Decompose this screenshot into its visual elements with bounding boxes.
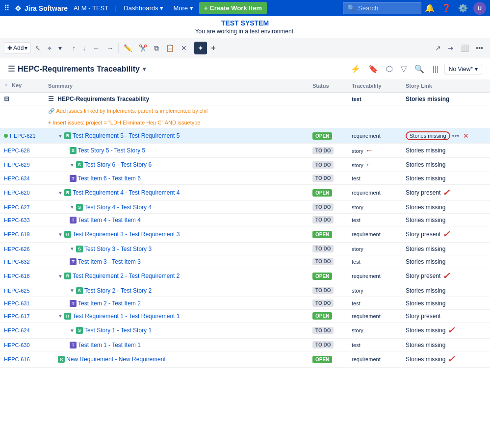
- summary-link[interactable]: Test Item 2 - Test Item 2: [78, 300, 141, 307]
- collapse-arrow-icon[interactable]: ▼: [58, 274, 63, 279]
- cursor-tool[interactable]: ↖: [32, 42, 44, 54]
- traceability-value: requirement: [352, 273, 381, 279]
- move-down-tool[interactable]: ↓: [79, 42, 89, 54]
- collapse-arrow-icon[interactable]: ▼: [58, 190, 63, 196]
- notifications-bell-icon[interactable]: 🔔: [423, 2, 436, 15]
- traceability-value: story: [352, 288, 363, 294]
- collapse-arrow-icon[interactable]: ▼: [58, 232, 63, 237]
- share-tool[interactable]: ↗: [432, 42, 444, 54]
- issue-key-link[interactable]: HEPC-627: [4, 204, 30, 210]
- summary-link[interactable]: Test Story 2 - Test Story 2: [84, 287, 152, 294]
- user-avatar[interactable]: U: [473, 2, 486, 15]
- title-dropdown-icon[interactable]: ▾: [143, 66, 146, 73]
- issue-key-link[interactable]: HEPC-624: [4, 327, 30, 333]
- plus-tool[interactable]: +: [208, 41, 218, 55]
- collapse-arrow-icon[interactable]: ▼: [70, 328, 75, 333]
- bars-icon[interactable]: |||: [430, 63, 440, 75]
- move-left-tool[interactable]: ←: [90, 42, 103, 54]
- collapse-arrow-icon[interactable]: ▼: [58, 133, 63, 139]
- status-badge: TO DO: [312, 216, 334, 224]
- star-tool[interactable]: ✦: [194, 42, 207, 54]
- star-icon: ✦: [198, 44, 204, 52]
- plus-insert-icon: +: [48, 120, 51, 125]
- summary-link[interactable]: Test Requirement 3 - Test Requirement 3: [73, 231, 180, 238]
- issue-key-link[interactable]: HEPC-632: [4, 259, 30, 265]
- help-icon[interactable]: ❓: [440, 2, 453, 15]
- summary-link[interactable]: New Requirement - New Requirement: [66, 356, 166, 363]
- cut-tool[interactable]: ✂️: [136, 42, 150, 54]
- app-logo[interactable]: Jira Software: [14, 4, 68, 13]
- summary-link[interactable]: Test Requirement 5 - Test Requirement 5: [73, 132, 180, 139]
- summary-link[interactable]: Test Story 6 - Test Story 6: [84, 161, 152, 168]
- crosshair-tool[interactable]: ⌖: [45, 42, 54, 55]
- traceability-value: requirement: [352, 231, 381, 237]
- issue-key-link[interactable]: HEPC-616: [4, 356, 30, 362]
- insert-text-cell[interactable]: + Insert issues: project = "LDH Eliminat…: [44, 117, 309, 128]
- row-actions-button[interactable]: •••: [450, 131, 462, 141]
- summary-link[interactable]: Test Item 3 - Test Item 3: [78, 258, 141, 265]
- dropdown-tool[interactable]: ▾: [55, 42, 65, 54]
- status-badge: TO DO: [312, 203, 334, 211]
- summary-link[interactable]: Test Requirement 4 - Test Requirement 4: [73, 189, 180, 196]
- issue-key-link[interactable]: HEPC-626: [4, 246, 30, 252]
- summary-link[interactable]: Test Story 1 - Test Story 1: [84, 327, 152, 334]
- window-icon: ⬜: [461, 44, 469, 52]
- collapse-arrow-icon[interactable]: ▼: [58, 313, 63, 319]
- up-arrow-icon: ↑: [72, 44, 76, 52]
- more-button[interactable]: More ▾: [169, 2, 197, 14]
- grid-icon[interactable]: ⠿: [4, 3, 10, 13]
- collapse-arrow-icon[interactable]: ▼: [70, 204, 75, 210]
- collapse-arrow-icon[interactable]: ▼: [70, 288, 75, 293]
- traceability-cell: requirement: [348, 310, 402, 323]
- issue-key-link[interactable]: HEPC-628: [4, 148, 30, 153]
- no-view-button[interactable]: No View* ▾: [444, 64, 482, 75]
- summary-link[interactable]: Test Story 5 - Test Story 5: [78, 147, 145, 154]
- summary-link[interactable]: Test Item 6 - Test Item 6: [78, 175, 141, 182]
- issue-key-link[interactable]: HEPC-633: [4, 217, 30, 223]
- layers-icon[interactable]: ⬡: [384, 62, 395, 75]
- issue-key-link[interactable]: HEPC-620: [4, 190, 30, 196]
- issue-key-link[interactable]: HEPC-634: [4, 175, 30, 181]
- issue-key-link[interactable]: HEPC-618: [4, 273, 30, 279]
- dashboards-button[interactable]: Dashboards ▾: [120, 2, 167, 14]
- issue-key-link[interactable]: HEPC-621: [10, 133, 36, 139]
- edit-tool[interactable]: ✏️: [121, 42, 135, 54]
- overflow-menu-icon[interactable]: •••: [473, 42, 486, 54]
- move-right-tool[interactable]: →: [103, 42, 116, 54]
- row-delete-button[interactable]: ✕: [461, 131, 471, 141]
- add-button[interactable]: ✚ Add ▾: [4, 42, 31, 54]
- tree-header-status-cell: [309, 92, 348, 105]
- search-header-icon[interactable]: 🔍: [413, 62, 426, 75]
- lightning-icon[interactable]: ⚡: [349, 62, 362, 75]
- filter-icon[interactable]: ▽: [399, 62, 409, 75]
- issue-key-link[interactable]: HEPC-631: [4, 300, 30, 306]
- summary-link[interactable]: Test Item 4 - Test Item 4: [78, 217, 141, 224]
- search-bar[interactable]: 🔍: [343, 2, 421, 14]
- summary-link[interactable]: Test Item 1 - Test Item 1: [78, 342, 141, 348]
- settings-gear-icon[interactable]: ⚙️: [457, 2, 469, 15]
- bookmark-icon[interactable]: 🔖: [366, 62, 380, 75]
- issue-key-link[interactable]: HEPC-625: [4, 288, 30, 294]
- issue-key-link[interactable]: HEPC-630: [4, 342, 30, 348]
- status-badge: OPEN: [312, 231, 332, 238]
- issue-key-link[interactable]: HEPC-619: [4, 231, 30, 237]
- add-link-text-cell[interactable]: 🔗 Add issues linked by Implements: paren…: [44, 105, 309, 117]
- search-input[interactable]: [358, 4, 417, 12]
- summary-link[interactable]: Test Requirement 1 - Test Requirement 1: [73, 313, 180, 320]
- create-work-item-button[interactable]: + Create Work Item: [199, 2, 267, 14]
- summary-link[interactable]: Test Story 3 - Test Story 3: [84, 246, 152, 252]
- alert-subtitle: You are working in a test environment.: [3, 28, 487, 35]
- summary-link[interactable]: Test Requirement 2 - Test Requirement 2: [73, 273, 180, 279]
- delete-tool[interactable]: ✕: [178, 42, 190, 54]
- paste-tool[interactable]: 📋: [163, 42, 177, 54]
- issue-key-link[interactable]: HEPC-617: [4, 313, 30, 319]
- collapse-arrow-icon[interactable]: ▼: [70, 162, 75, 168]
- copy-tool[interactable]: ⧉: [151, 42, 162, 55]
- summary-link[interactable]: Test Story 4 - Test Story 4: [84, 204, 152, 211]
- export-tool[interactable]: ⇥: [445, 42, 457, 54]
- checkmark-icon: ✓: [442, 271, 450, 281]
- issue-key-link[interactable]: HEPC-629: [4, 162, 30, 168]
- move-up-tool[interactable]: ↑: [69, 42, 78, 54]
- window-tool[interactable]: ⬜: [458, 42, 472, 54]
- collapse-arrow-icon[interactable]: ▼: [70, 246, 75, 251]
